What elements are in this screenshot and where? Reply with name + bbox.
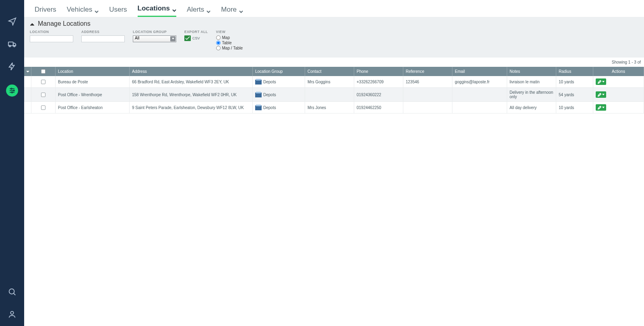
cell-contact: Mrs Goggins	[305, 76, 354, 88]
th-notes[interactable]: Notes	[507, 67, 556, 76]
depot-icon	[255, 105, 262, 110]
cell-notes: Delivery in the afternoon only	[507, 88, 556, 102]
th-radius[interactable]: Radius	[556, 67, 593, 76]
chevron-down-icon	[602, 94, 605, 95]
tab-drivers[interactable]: Drivers	[35, 6, 56, 17]
table-header: Location Address Location Group Contact …	[24, 67, 644, 76]
filter-location: LOCATION	[30, 30, 73, 42]
edit-button[interactable]	[596, 91, 606, 98]
cell-notes: livraison le matin	[507, 76, 556, 88]
tab-label: More	[221, 6, 237, 14]
filter-export: EXPORT ALL CSV	[184, 30, 208, 41]
th-location-group[interactable]: Location Group	[253, 67, 305, 76]
chevron-down-icon	[172, 6, 176, 10]
tab-more[interactable]: More	[221, 6, 243, 17]
cell-radius: 10 yards	[556, 76, 593, 88]
cell-notes: All day delivery	[507, 102, 556, 113]
cell-phone: 01924360222	[354, 88, 403, 102]
th-address[interactable]: Address	[130, 67, 253, 76]
cell-radius: 10 yards	[556, 102, 593, 113]
view-map-radio[interactable]: Map	[216, 35, 243, 40]
th-reference[interactable]: Reference	[403, 67, 452, 76]
row-spacer	[24, 88, 31, 102]
filter-label: VIEW	[216, 30, 243, 34]
row-spacer	[24, 76, 31, 88]
svg-rect-10	[256, 79, 261, 80]
export-csv-link[interactable]: CSV	[184, 35, 208, 41]
row-checkbox[interactable]	[41, 80, 45, 84]
search-icon[interactable]	[8, 287, 17, 296]
radio-label: Map	[222, 35, 230, 40]
tab-label: Alerts	[187, 6, 204, 14]
vehicle-icon[interactable]	[8, 39, 17, 48]
csv-label: CSV	[192, 36, 200, 40]
svg-rect-0	[8, 42, 13, 45]
cell-reference	[403, 88, 452, 102]
filter-view: VIEW Map Table Map / Table	[216, 30, 243, 50]
cell-actions	[593, 76, 644, 88]
th-email[interactable]: Email	[452, 67, 507, 76]
chevron-up-icon	[30, 21, 35, 26]
row-checkbox-cell	[31, 102, 56, 113]
tab-vehicles[interactable]: Vehicles	[67, 6, 99, 17]
chevron-down-icon	[602, 107, 605, 108]
group-label: Depots	[263, 105, 276, 110]
row-checkbox[interactable]	[41, 105, 45, 110]
filters: LOCATION ADDRESS LOCATION GROUP All EXPO…	[30, 30, 638, 50]
chevron-down-icon	[172, 38, 174, 39]
edit-button[interactable]	[596, 78, 606, 85]
svg-point-6	[9, 289, 14, 294]
select-value: All	[135, 36, 139, 40]
th-contact[interactable]: Contact	[305, 67, 354, 76]
bolt-icon[interactable]	[8, 62, 17, 71]
svg-rect-14	[256, 105, 261, 106]
cell-location: Bureau de Poste	[56, 76, 130, 88]
view-maptable-radio[interactable]: Map / Table	[216, 46, 243, 50]
filter-label: ADDRESS	[81, 30, 125, 34]
sliders-icon[interactable]	[6, 85, 18, 97]
svg-point-3	[11, 88, 12, 89]
filter-location-group: LOCATION GROUP All	[133, 30, 176, 42]
address-input[interactable]	[81, 35, 125, 42]
tab-locations[interactable]: Locations	[138, 4, 176, 17]
th-actions: Actions	[593, 67, 644, 76]
cell-address: 66 Bradford Rd, East Ardsley, Wakefield …	[130, 76, 253, 88]
nav-icon[interactable]	[8, 17, 17, 26]
dropdown-column-header[interactable]	[24, 67, 31, 76]
tab-label: Vehicles	[67, 6, 92, 14]
location-group-select[interactable]: All	[133, 35, 176, 42]
select-all-checkbox[interactable]	[41, 69, 45, 74]
checkbox-column-header[interactable]	[31, 67, 56, 76]
view-table-radio[interactable]: Table	[216, 41, 243, 45]
radio-label: Map / Table	[222, 46, 243, 50]
cell-contact: Mrs Jones	[305, 102, 354, 113]
th-phone[interactable]: Phone	[354, 67, 403, 76]
cell-address: 9 Saint Peters Parade, Earlsheaton, Dews…	[130, 102, 253, 113]
main: Drivers Vehicles Users Locations Alerts …	[24, 0, 644, 326]
tab-label: Locations	[138, 4, 170, 12]
svg-point-5	[12, 92, 13, 93]
page-title: Manage Locations	[38, 20, 91, 27]
tab-alerts[interactable]: Alerts	[187, 6, 211, 17]
sidebar-top	[6, 17, 18, 97]
svg-point-4	[13, 90, 14, 91]
sidebar	[0, 0, 24, 326]
th-location[interactable]: Location	[56, 67, 130, 76]
manage-locations-header[interactable]: Manage Locations	[30, 20, 638, 27]
user-icon[interactable]	[8, 310, 17, 319]
edit-button[interactable]	[596, 104, 606, 111]
row-checkbox-cell	[31, 76, 56, 88]
location-input[interactable]	[30, 35, 73, 42]
cell-reference	[403, 102, 452, 113]
filter-address: ADDRESS	[81, 30, 125, 42]
filter-label: LOCATION	[30, 30, 73, 34]
cell-email: goggins@laposte.fr	[452, 76, 507, 88]
row-checkbox[interactable]	[41, 93, 45, 97]
view-radios: Map Table Map / Table	[216, 35, 243, 50]
topnav: Drivers Vehicles Users Locations Alerts …	[24, 0, 644, 17]
depot-icon	[255, 92, 262, 97]
group-label: Depots	[263, 80, 276, 84]
tab-label: Users	[109, 6, 127, 14]
tab-users[interactable]: Users	[109, 6, 127, 17]
status-line: Showing 1 - 3 of	[24, 58, 644, 67]
